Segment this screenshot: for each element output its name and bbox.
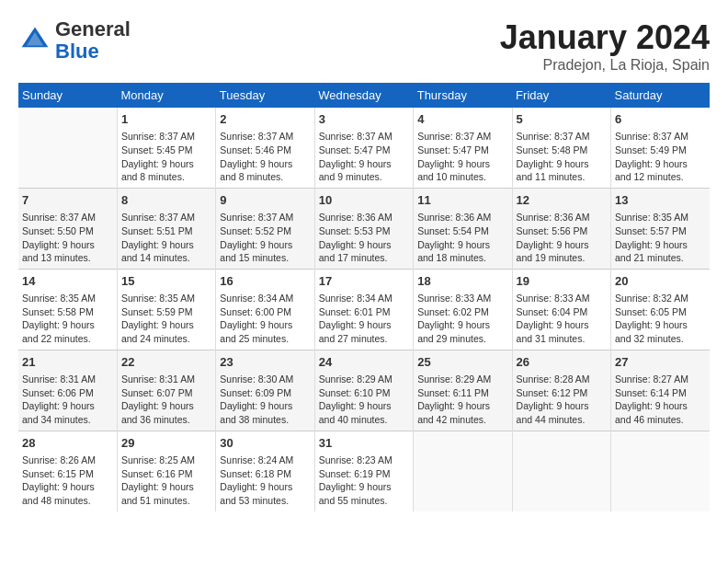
day-info: Sunrise: 8:29 AM Sunset: 6:11 PM Dayligh… bbox=[417, 373, 507, 427]
day-info: Sunrise: 8:37 AM Sunset: 5:49 PM Dayligh… bbox=[615, 130, 706, 184]
day-info: Sunrise: 8:27 AM Sunset: 6:14 PM Dayligh… bbox=[615, 373, 706, 427]
calendar-cell: 4Sunrise: 8:37 AM Sunset: 5:47 PM Daylig… bbox=[414, 108, 512, 188]
month-title: January 2024 bbox=[500, 18, 710, 57]
day-info: Sunrise: 8:37 AM Sunset: 5:51 PM Dayligh… bbox=[121, 211, 211, 265]
day-number: 18 bbox=[417, 273, 507, 290]
day-number: 25 bbox=[417, 354, 507, 371]
day-number: 9 bbox=[220, 192, 310, 209]
calendar-cell: 28Sunrise: 8:26 AM Sunset: 6:15 PM Dayli… bbox=[18, 431, 117, 511]
day-number: 27 bbox=[615, 354, 706, 371]
day-number: 15 bbox=[121, 273, 211, 290]
calendar-cell: 15Sunrise: 8:35 AM Sunset: 5:59 PM Dayli… bbox=[117, 269, 215, 350]
day-number: 8 bbox=[121, 192, 211, 209]
day-number: 2 bbox=[220, 111, 310, 128]
calendar-cell: 22Sunrise: 8:31 AM Sunset: 6:07 PM Dayli… bbox=[117, 350, 215, 431]
day-number: 26 bbox=[517, 354, 607, 371]
calendar-week-4: 21Sunrise: 8:31 AM Sunset: 6:06 PM Dayli… bbox=[18, 350, 710, 431]
calendar-cell: 26Sunrise: 8:28 AM Sunset: 6:12 PM Dayli… bbox=[512, 350, 610, 431]
calendar-cell: 18Sunrise: 8:33 AM Sunset: 6:02 PM Dayli… bbox=[414, 269, 512, 350]
day-header-monday: Monday bbox=[117, 83, 215, 108]
day-number: 13 bbox=[615, 192, 706, 209]
day-info: Sunrise: 8:37 AM Sunset: 5:46 PM Dayligh… bbox=[220, 130, 310, 184]
day-info: Sunrise: 8:26 AM Sunset: 6:15 PM Dayligh… bbox=[22, 454, 113, 508]
logo-blue-text: Blue bbox=[55, 40, 99, 63]
calendar-cell: 3Sunrise: 8:37 AM Sunset: 5:47 PM Daylig… bbox=[314, 108, 413, 188]
day-info: Sunrise: 8:25 AM Sunset: 6:16 PM Dayligh… bbox=[121, 454, 211, 508]
calendar-table: SundayMondayTuesdayWednesdayThursdayFrid… bbox=[18, 83, 710, 511]
calendar-cell bbox=[512, 431, 610, 511]
calendar-cell: 16Sunrise: 8:34 AM Sunset: 6:00 PM Dayli… bbox=[216, 269, 314, 350]
day-header-tuesday: Tuesday bbox=[216, 83, 314, 108]
day-number: 3 bbox=[319, 111, 409, 128]
day-number: 30 bbox=[220, 435, 310, 452]
calendar-cell: 5Sunrise: 8:37 AM Sunset: 5:48 PM Daylig… bbox=[512, 108, 610, 188]
calendar-cell: 24Sunrise: 8:29 AM Sunset: 6:10 PM Dayli… bbox=[314, 350, 413, 431]
day-info: Sunrise: 8:28 AM Sunset: 6:12 PM Dayligh… bbox=[517, 373, 607, 427]
day-header-saturday: Saturday bbox=[611, 83, 710, 108]
calendar-cell: 13Sunrise: 8:35 AM Sunset: 5:57 PM Dayli… bbox=[611, 188, 710, 269]
calendar-cell: 27Sunrise: 8:27 AM Sunset: 6:14 PM Dayli… bbox=[611, 350, 710, 431]
day-info: Sunrise: 8:36 AM Sunset: 5:54 PM Dayligh… bbox=[417, 211, 507, 265]
day-number: 1 bbox=[121, 111, 211, 128]
calendar-cell bbox=[414, 431, 512, 511]
day-number: 29 bbox=[121, 435, 211, 452]
day-number: 21 bbox=[22, 354, 113, 371]
day-info: Sunrise: 8:35 AM Sunset: 5:57 PM Dayligh… bbox=[615, 211, 706, 265]
day-info: Sunrise: 8:37 AM Sunset: 5:47 PM Dayligh… bbox=[417, 130, 507, 184]
day-header-wednesday: Wednesday bbox=[314, 83, 413, 108]
day-info: Sunrise: 8:37 AM Sunset: 5:47 PM Dayligh… bbox=[319, 130, 409, 184]
day-number: 7 bbox=[22, 192, 113, 209]
calendar-cell: 17Sunrise: 8:34 AM Sunset: 6:01 PM Dayli… bbox=[314, 269, 413, 350]
day-number: 5 bbox=[517, 111, 607, 128]
day-info: Sunrise: 8:33 AM Sunset: 6:04 PM Dayligh… bbox=[517, 292, 607, 346]
day-info: Sunrise: 8:24 AM Sunset: 6:18 PM Dayligh… bbox=[220, 454, 310, 508]
day-number: 31 bbox=[319, 435, 409, 452]
calendar-cell: 30Sunrise: 8:24 AM Sunset: 6:18 PM Dayli… bbox=[216, 431, 314, 511]
calendar-header-row: SundayMondayTuesdayWednesdayThursdayFrid… bbox=[18, 83, 710, 108]
day-info: Sunrise: 8:36 AM Sunset: 5:56 PM Dayligh… bbox=[517, 211, 607, 265]
calendar-cell: 7Sunrise: 8:37 AM Sunset: 5:50 PM Daylig… bbox=[18, 188, 117, 269]
day-number: 10 bbox=[319, 192, 409, 209]
calendar-cell: 23Sunrise: 8:30 AM Sunset: 6:09 PM Dayli… bbox=[216, 350, 314, 431]
calendar-cell: 21Sunrise: 8:31 AM Sunset: 6:06 PM Dayli… bbox=[18, 350, 117, 431]
calendar-cell: 14Sunrise: 8:35 AM Sunset: 5:58 PM Dayli… bbox=[18, 269, 117, 350]
calendar-cell: 25Sunrise: 8:29 AM Sunset: 6:11 PM Dayli… bbox=[414, 350, 512, 431]
calendar-cell: 6Sunrise: 8:37 AM Sunset: 5:49 PM Daylig… bbox=[611, 108, 710, 188]
day-header-sunday: Sunday bbox=[18, 83, 117, 108]
day-number: 17 bbox=[319, 273, 409, 290]
logo-general-text: General bbox=[55, 17, 131, 40]
day-info: Sunrise: 8:34 AM Sunset: 6:01 PM Dayligh… bbox=[319, 292, 409, 346]
day-number: 4 bbox=[417, 111, 507, 128]
day-number: 14 bbox=[22, 273, 113, 290]
calendar-cell bbox=[18, 108, 117, 188]
calendar-week-1: 1Sunrise: 8:37 AM Sunset: 5:45 PM Daylig… bbox=[18, 108, 710, 188]
day-number: 28 bbox=[22, 435, 113, 452]
day-info: Sunrise: 8:37 AM Sunset: 5:45 PM Dayligh… bbox=[121, 130, 211, 184]
calendar-week-5: 28Sunrise: 8:26 AM Sunset: 6:15 PM Dayli… bbox=[18, 431, 710, 511]
calendar-week-3: 14Sunrise: 8:35 AM Sunset: 5:58 PM Dayli… bbox=[18, 269, 710, 350]
day-info: Sunrise: 8:34 AM Sunset: 6:00 PM Dayligh… bbox=[220, 292, 310, 346]
day-header-friday: Friday bbox=[512, 83, 610, 108]
day-info: Sunrise: 8:31 AM Sunset: 6:07 PM Dayligh… bbox=[121, 373, 211, 427]
calendar-cell: 8Sunrise: 8:37 AM Sunset: 5:51 PM Daylig… bbox=[117, 188, 215, 269]
calendar-cell: 11Sunrise: 8:36 AM Sunset: 5:54 PM Dayli… bbox=[414, 188, 512, 269]
calendar-cell bbox=[611, 431, 710, 511]
calendar-cell: 19Sunrise: 8:33 AM Sunset: 6:04 PM Dayli… bbox=[512, 269, 610, 350]
day-number: 16 bbox=[220, 273, 310, 290]
logo-icon bbox=[18, 24, 51, 57]
day-info: Sunrise: 8:31 AM Sunset: 6:06 PM Dayligh… bbox=[22, 373, 113, 427]
day-number: 6 bbox=[615, 111, 706, 128]
day-number: 23 bbox=[220, 354, 310, 371]
day-header-thursday: Thursday bbox=[414, 83, 512, 108]
day-info: Sunrise: 8:29 AM Sunset: 6:10 PM Dayligh… bbox=[319, 373, 409, 427]
day-info: Sunrise: 8:37 AM Sunset: 5:52 PM Dayligh… bbox=[220, 211, 310, 265]
day-info: Sunrise: 8:33 AM Sunset: 6:02 PM Dayligh… bbox=[417, 292, 507, 346]
day-info: Sunrise: 8:35 AM Sunset: 5:58 PM Dayligh… bbox=[22, 292, 113, 346]
day-info: Sunrise: 8:36 AM Sunset: 5:53 PM Dayligh… bbox=[319, 211, 409, 265]
day-info: Sunrise: 8:30 AM Sunset: 6:09 PM Dayligh… bbox=[220, 373, 310, 427]
logo-text: General Blue bbox=[55, 18, 131, 63]
day-number: 12 bbox=[517, 192, 607, 209]
calendar-cell: 10Sunrise: 8:36 AM Sunset: 5:53 PM Dayli… bbox=[314, 188, 413, 269]
day-number: 22 bbox=[121, 354, 211, 371]
calendar-cell: 1Sunrise: 8:37 AM Sunset: 5:45 PM Daylig… bbox=[117, 108, 215, 188]
